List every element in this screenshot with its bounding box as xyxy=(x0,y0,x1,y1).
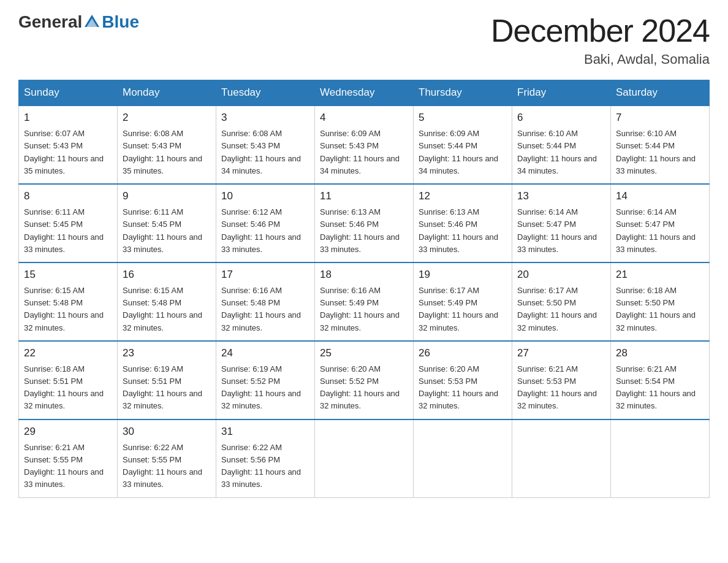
day-number: 20 xyxy=(517,267,605,283)
sunrise-text: Sunrise: 6:11 AM xyxy=(24,207,85,216)
day-info: Sunrise: 6:15 AMSunset: 5:48 PMDaylight:… xyxy=(123,285,211,334)
day-number: 23 xyxy=(123,345,211,361)
page-header: General Blue December 2024 Baki, Awdal, … xyxy=(18,12,710,67)
sunrise-text: Sunrise: 6:08 AM xyxy=(123,129,183,138)
table-row xyxy=(611,419,710,497)
table-row: 22Sunrise: 6:18 AMSunset: 5:51 PMDayligh… xyxy=(19,341,118,419)
calendar-week-row: 22Sunrise: 6:18 AMSunset: 5:51 PMDayligh… xyxy=(19,341,710,419)
sunset-text: Sunset: 5:47 PM xyxy=(616,220,675,229)
daylight-text: Daylight: 11 hours and 32 minutes. xyxy=(320,389,400,410)
sunset-text: Sunset: 5:49 PM xyxy=(320,298,379,307)
table-row: 26Sunrise: 6:20 AMSunset: 5:53 PMDayligh… xyxy=(414,341,512,419)
day-info: Sunrise: 6:11 AMSunset: 5:45 PMDaylight:… xyxy=(24,206,112,256)
sunrise-text: Sunrise: 6:21 AM xyxy=(24,443,85,452)
sunrise-text: Sunrise: 6:10 AM xyxy=(616,129,677,138)
col-monday: Monday xyxy=(118,80,216,106)
logo-icon xyxy=(82,13,102,31)
table-row: 30Sunrise: 6:22 AMSunset: 5:55 PMDayligh… xyxy=(118,419,216,497)
daylight-text: Daylight: 11 hours and 35 minutes. xyxy=(123,154,202,175)
calendar-week-row: 8Sunrise: 6:11 AMSunset: 5:45 PMDaylight… xyxy=(19,184,710,262)
day-number: 9 xyxy=(123,188,211,204)
daylight-text: Daylight: 11 hours and 32 minutes. xyxy=(616,310,696,332)
sunset-text: Sunset: 5:52 PM xyxy=(221,377,280,386)
col-wednesday: Wednesday xyxy=(315,80,414,106)
day-info: Sunrise: 6:18 AMSunset: 5:51 PMDaylight:… xyxy=(24,363,112,413)
table-row: 7Sunrise: 6:10 AMSunset: 5:44 PMDaylight… xyxy=(611,105,710,184)
table-row: 8Sunrise: 6:11 AMSunset: 5:45 PMDaylight… xyxy=(19,184,118,262)
day-number: 17 xyxy=(221,267,309,283)
calendar-week-row: 29Sunrise: 6:21 AMSunset: 5:55 PMDayligh… xyxy=(19,419,710,497)
col-saturday: Saturday xyxy=(611,80,710,106)
sunset-text: Sunset: 5:52 PM xyxy=(320,377,379,386)
daylight-text: Daylight: 11 hours and 32 minutes. xyxy=(221,389,301,410)
table-row xyxy=(414,419,512,497)
day-info: Sunrise: 6:21 AMSunset: 5:53 PMDaylight:… xyxy=(517,363,605,413)
sunrise-text: Sunrise: 6:11 AM xyxy=(123,207,183,216)
day-number: 21 xyxy=(616,267,704,283)
daylight-text: Daylight: 11 hours and 32 minutes. xyxy=(221,310,301,332)
sunset-text: Sunset: 5:48 PM xyxy=(24,298,83,307)
day-info: Sunrise: 6:19 AMSunset: 5:51 PMDaylight:… xyxy=(123,363,211,413)
logo-blue-text: Blue xyxy=(102,12,139,32)
table-row: 9Sunrise: 6:11 AMSunset: 5:45 PMDaylight… xyxy=(118,184,216,262)
daylight-text: Daylight: 11 hours and 32 minutes. xyxy=(123,389,202,410)
table-row: 17Sunrise: 6:16 AMSunset: 5:48 PMDayligh… xyxy=(216,262,315,341)
daylight-text: Daylight: 11 hours and 33 minutes. xyxy=(320,232,400,254)
sunrise-text: Sunrise: 6:17 AM xyxy=(419,286,479,295)
table-row: 6Sunrise: 6:10 AMSunset: 5:44 PMDaylight… xyxy=(512,105,611,184)
day-number: 16 xyxy=(123,267,211,283)
sunset-text: Sunset: 5:46 PM xyxy=(419,220,477,229)
day-number: 29 xyxy=(24,424,112,440)
day-info: Sunrise: 6:11 AMSunset: 5:45 PMDaylight:… xyxy=(123,206,211,256)
table-row: 28Sunrise: 6:21 AMSunset: 5:54 PMDayligh… xyxy=(611,341,710,419)
sunrise-text: Sunrise: 6:20 AM xyxy=(419,364,479,373)
table-row: 23Sunrise: 6:19 AMSunset: 5:51 PMDayligh… xyxy=(118,341,216,419)
table-row: 24Sunrise: 6:19 AMSunset: 5:52 PMDayligh… xyxy=(216,341,315,419)
daylight-text: Daylight: 11 hours and 32 minutes. xyxy=(517,389,597,410)
sunset-text: Sunset: 5:48 PM xyxy=(221,298,280,307)
sunrise-text: Sunrise: 6:07 AM xyxy=(24,129,85,138)
daylight-text: Daylight: 11 hours and 33 minutes. xyxy=(221,232,301,254)
day-info: Sunrise: 6:09 AMSunset: 5:43 PMDaylight:… xyxy=(320,128,408,177)
table-row: 5Sunrise: 6:09 AMSunset: 5:44 PMDaylight… xyxy=(414,105,512,184)
daylight-text: Daylight: 11 hours and 33 minutes. xyxy=(616,232,696,254)
sunrise-text: Sunrise: 6:13 AM xyxy=(419,207,479,216)
daylight-text: Daylight: 11 hours and 35 minutes. xyxy=(24,154,104,175)
day-info: Sunrise: 6:10 AMSunset: 5:44 PMDaylight:… xyxy=(616,128,704,177)
day-number: 11 xyxy=(320,188,408,204)
table-row xyxy=(512,419,611,497)
daylight-text: Daylight: 11 hours and 33 minutes. xyxy=(221,467,301,489)
day-number: 5 xyxy=(419,110,507,126)
day-number: 26 xyxy=(419,345,507,361)
day-number: 19 xyxy=(419,267,507,283)
day-number: 1 xyxy=(24,110,112,126)
day-info: Sunrise: 6:21 AMSunset: 5:55 PMDaylight:… xyxy=(24,442,112,491)
table-row: 1Sunrise: 6:07 AMSunset: 5:43 PMDaylight… xyxy=(19,105,118,184)
day-info: Sunrise: 6:17 AMSunset: 5:50 PMDaylight:… xyxy=(517,285,605,334)
day-info: Sunrise: 6:12 AMSunset: 5:46 PMDaylight:… xyxy=(221,206,309,256)
sunrise-text: Sunrise: 6:22 AM xyxy=(221,443,282,452)
day-number: 22 xyxy=(24,345,112,361)
sunset-text: Sunset: 5:55 PM xyxy=(123,455,181,464)
table-row xyxy=(315,419,414,497)
table-row: 11Sunrise: 6:13 AMSunset: 5:46 PMDayligh… xyxy=(315,184,414,262)
sunrise-text: Sunrise: 6:15 AM xyxy=(24,286,85,295)
calendar-table: Sunday Monday Tuesday Wednesday Thursday… xyxy=(18,80,710,498)
daylight-text: Daylight: 11 hours and 33 minutes. xyxy=(24,232,104,254)
day-info: Sunrise: 6:08 AMSunset: 5:43 PMDaylight:… xyxy=(221,128,309,177)
table-row: 4Sunrise: 6:09 AMSunset: 5:43 PMDaylight… xyxy=(315,105,414,184)
daylight-text: Daylight: 11 hours and 33 minutes. xyxy=(123,232,202,254)
sunrise-text: Sunrise: 6:08 AM xyxy=(221,129,282,138)
day-number: 12 xyxy=(419,188,507,204)
daylight-text: Daylight: 11 hours and 34 minutes. xyxy=(419,154,498,175)
daylight-text: Daylight: 11 hours and 32 minutes. xyxy=(517,310,597,332)
daylight-text: Daylight: 11 hours and 33 minutes. xyxy=(123,467,202,489)
sunrise-text: Sunrise: 6:10 AM xyxy=(517,129,578,138)
sunset-text: Sunset: 5:46 PM xyxy=(221,220,280,229)
daylight-text: Daylight: 11 hours and 33 minutes. xyxy=(24,467,104,489)
col-friday: Friday xyxy=(512,80,611,106)
sunset-text: Sunset: 5:53 PM xyxy=(517,377,576,386)
col-thursday: Thursday xyxy=(414,80,512,106)
daylight-text: Daylight: 11 hours and 33 minutes. xyxy=(419,232,498,254)
table-row: 16Sunrise: 6:15 AMSunset: 5:48 PMDayligh… xyxy=(118,262,216,341)
